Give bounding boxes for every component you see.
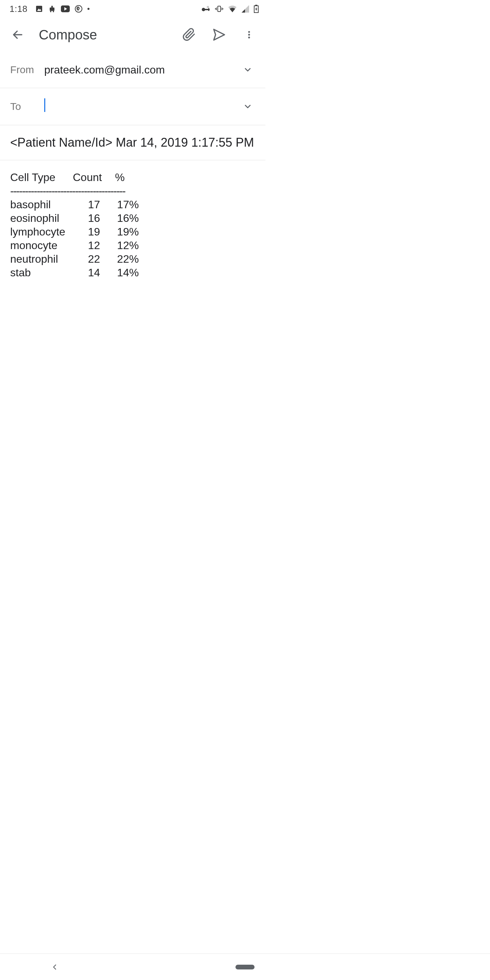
app-bar: Compose — [0, 18, 266, 52]
cell-type: stab — [10, 266, 68, 279]
more-vert-icon — [244, 29, 254, 41]
svg-rect-2 — [50, 8, 54, 11]
cell-pct: 22% — [108, 252, 139, 266]
from-expand[interactable] — [240, 62, 256, 78]
svg-text:G: G — [207, 5, 209, 8]
to-input[interactable] — [44, 98, 240, 115]
paperclip-icon — [182, 28, 196, 41]
cell-type: eosinophil — [10, 211, 68, 225]
image-icon — [35, 5, 43, 13]
vibrate-icon — [215, 5, 223, 13]
svg-rect-0 — [36, 6, 42, 12]
body-row: monocyte 12 12% — [10, 239, 255, 252]
svg-point-9 — [202, 8, 205, 11]
status-time: 1:18 — [10, 4, 27, 14]
cell-count: 14 — [76, 266, 100, 279]
cell-pct: 16% — [108, 211, 139, 225]
to-label: To — [10, 101, 44, 112]
svg-marker-19 — [242, 9, 245, 13]
svg-rect-5 — [51, 6, 53, 8]
body-header-row: Cell Type Count % — [10, 170, 255, 184]
cell-count: 22 — [76, 252, 100, 266]
wifi-icon — [228, 5, 237, 13]
train-icon — [48, 5, 56, 13]
body-separator: --------------------------------------- — [10, 184, 255, 198]
to-row[interactable]: To — [0, 88, 266, 125]
body-row: neutrophil 22 22% — [10, 252, 255, 266]
youtube-icon — [61, 5, 70, 12]
body-row: eosinophil 16 16% — [10, 211, 255, 225]
status-right: G — [202, 5, 259, 13]
cell-pct: 19% — [108, 225, 139, 239]
cell-count: 12 — [76, 239, 100, 252]
chevron-down-icon — [243, 65, 253, 75]
body-rows: basophil 17 17% eosinophil 16 16% lympho… — [10, 198, 255, 279]
subject-text: <Patient Name/Id> Mar 14, 2019 1:17:55 P… — [10, 135, 254, 150]
cell-type: neutrophil — [10, 252, 68, 266]
body-input[interactable]: Cell Type Count % ----------------------… — [0, 160, 266, 290]
more-notif-icon — [88, 8, 89, 10]
subject-input[interactable]: <Patient Name/Id> Mar 14, 2019 1:17:55 P… — [0, 125, 266, 160]
cell-type: basophil — [10, 198, 68, 211]
cell-signal-icon — [242, 5, 249, 13]
from-label: From — [10, 64, 44, 76]
cell-count: 16 — [76, 211, 100, 225]
to-expand[interactable] — [240, 98, 256, 115]
svg-rect-13 — [218, 6, 221, 11]
arrow-left-icon — [11, 29, 24, 41]
send-button[interactable] — [209, 24, 229, 45]
body-header-pct: % — [115, 170, 135, 184]
send-icon — [212, 27, 226, 42]
from-value: prateek.com@gmail.com — [44, 64, 240, 76]
cell-type: lymphocyte — [10, 225, 68, 239]
status-left: 1:18 — [10, 4, 89, 14]
body-row: basophil 17 17% — [10, 198, 255, 211]
from-row[interactable]: From prateek.com@gmail.com — [0, 52, 266, 88]
text-cursor — [44, 98, 45, 112]
body-row: stab 14 14% — [10, 266, 255, 279]
attach-button[interactable] — [179, 24, 199, 45]
cell-pct: 12% — [108, 239, 139, 252]
body-header-count: Count — [73, 170, 107, 184]
cell-type: monocyte — [10, 239, 68, 252]
svg-marker-22 — [255, 7, 257, 11]
page-title: Compose — [39, 27, 169, 43]
battery-icon — [254, 5, 259, 13]
body-row: lymphocyte 19 19% — [10, 225, 255, 239]
cell-pct: 14% — [108, 266, 139, 279]
chevron-down-icon — [243, 102, 253, 111]
svg-point-3 — [50, 11, 51, 12]
cell-pct: 17% — [108, 198, 139, 211]
pinterest-icon — [75, 5, 83, 13]
more-button[interactable] — [239, 24, 259, 45]
svg-rect-21 — [255, 5, 257, 6]
svg-point-26 — [248, 34, 250, 35]
svg-marker-18 — [242, 5, 249, 13]
back-button[interactable] — [10, 27, 26, 43]
cell-count: 19 — [76, 225, 100, 239]
status-bar: 1:18 G — [0, 0, 266, 18]
key-icon: G — [202, 5, 210, 12]
svg-rect-11 — [208, 8, 209, 11]
cell-count: 17 — [76, 198, 100, 211]
svg-point-27 — [248, 37, 250, 38]
body-header-cell: Cell Type — [10, 170, 65, 184]
svg-point-4 — [53, 11, 54, 12]
svg-marker-24 — [214, 29, 224, 40]
svg-point-25 — [248, 31, 250, 33]
